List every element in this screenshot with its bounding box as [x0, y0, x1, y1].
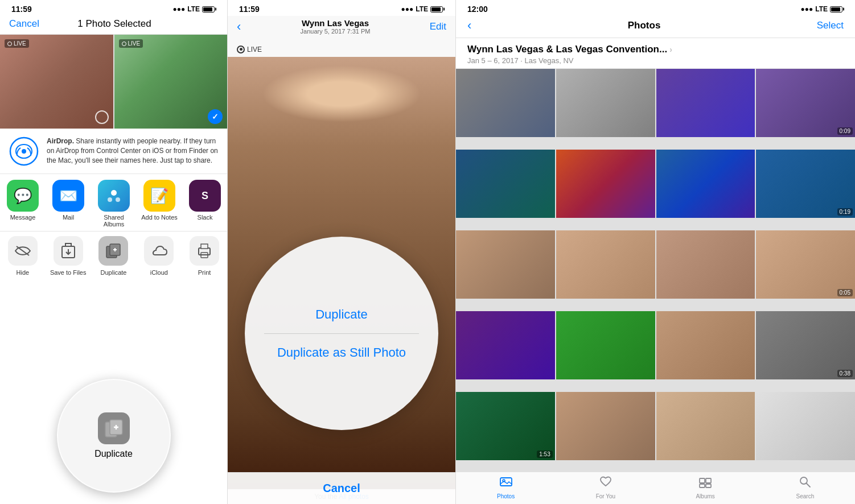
grid-cell-18[interactable] — [556, 392, 655, 460]
app-message[interactable]: 💬 Message — [0, 180, 46, 228]
for-you-tab-icon — [599, 476, 612, 491]
duplicate-icon — [98, 236, 128, 266]
grid-cell-11[interactable] — [656, 230, 755, 299]
action-save-files[interactable]: Save to Files — [46, 236, 91, 276]
svg-point-1 — [22, 149, 26, 154]
grid-cell-9[interactable] — [456, 230, 555, 299]
phone1-photo-grid: LIVE LIVE — [0, 35, 227, 129]
app-slack[interactable]: S Slack — [182, 180, 227, 228]
shared-albums-svg — [105, 187, 122, 204]
grid-cell-17[interactable]: 1:53 — [456, 392, 555, 460]
phone2-live-text: LIVE — [247, 46, 262, 53]
grid-cell-6[interactable] — [556, 150, 655, 218]
grid-cell-3[interactable] — [656, 69, 755, 137]
phone2-nav-bar: ‹ Wynn Las Vegas January 5, 2017 7:31 PM… — [228, 16, 455, 39]
phone3-back-button[interactable]: ‹ — [467, 18, 471, 33]
icloud-label: iCloud — [150, 269, 168, 276]
icloud-icon — [144, 236, 174, 266]
phone3-select-button[interactable]: Select — [817, 20, 844, 31]
phone1-time: 11:59 — [11, 5, 32, 14]
live-circle-icon — [237, 46, 245, 53]
select-check-2[interactable] — [208, 109, 223, 124]
phone2-live-badge: LIVE — [237, 46, 262, 53]
photos-grid: 0:09 0:19 0:05 0:38 1: — [456, 69, 855, 472]
phone2-live-section: LIVE — [228, 39, 455, 57]
grid-cell-5[interactable] — [456, 150, 555, 218]
tab-albums[interactable]: Albums — [656, 476, 755, 499]
app-shared-albums[interactable]: SharedAlbums — [91, 180, 137, 228]
grid-cell-10[interactable] — [556, 230, 655, 299]
phone2-duplicate-label: Duplicate — [315, 307, 368, 321]
grid-cell-8[interactable]: 0:19 — [756, 150, 855, 218]
slack-icon: S — [189, 180, 221, 212]
phone1-cancel-button[interactable]: Cancel — [9, 18, 39, 30]
dup-icon-container — [98, 412, 130, 444]
live-text-1: LIVE — [14, 40, 26, 47]
svg-rect-12 — [201, 244, 208, 249]
action-print[interactable]: Print — [182, 236, 227, 276]
phone1-status-icons: ●●● LTE — [172, 5, 216, 13]
tab-search[interactable]: Search — [755, 476, 855, 499]
airdrop-icon — [9, 137, 39, 166]
phone2-network: LTE — [416, 5, 428, 13]
grid-cell-19[interactable] — [656, 392, 755, 460]
app-notes[interactable]: 📝 Add to Notes — [137, 180, 182, 228]
duplicate-circle-label: Duplicate — [94, 449, 133, 459]
svg-rect-18 — [500, 478, 512, 486]
phone2-cancel-label: Cancel — [323, 482, 360, 494]
app-mail[interactable]: ✉️ Mail — [46, 180, 91, 228]
svg-point-2 — [111, 190, 117, 196]
search-tab-icon — [799, 476, 811, 491]
video-duration-17: 1:53 — [537, 451, 552, 458]
grid-cell-16[interactable]: 0:38 — [756, 311, 855, 379]
tab-for-you[interactable]: For You — [556, 476, 655, 499]
photo-cell-2[interactable]: LIVE — [114, 35, 228, 129]
svg-line-25 — [807, 484, 811, 488]
album-header[interactable]: Wynn Las Vegas & Las Vegas Convention...… — [456, 38, 855, 69]
phone3-status-icons: ●●● LTE — [800, 5, 844, 13]
search-tab-label: Search — [796, 493, 815, 499]
airdrop-description: AirDrop. Share instantly with people nea… — [47, 137, 218, 165]
grid-cell-15[interactable] — [656, 311, 755, 379]
phone3-time: 12:00 — [467, 5, 488, 14]
grid-cell-2[interactable] — [556, 69, 655, 137]
phone2-back-button[interactable]: ‹ — [237, 19, 241, 34]
mail-icon: ✉️ — [52, 180, 84, 212]
select-circle-1[interactable] — [95, 110, 109, 124]
notes-icon: 📝 — [143, 180, 175, 212]
duplicate-action-label: Duplicate — [101, 269, 127, 276]
live-dot-1 — [7, 42, 12, 46]
grid-cell-1[interactable] — [456, 69, 555, 137]
phone2-photo-area[interactable]: You the All photos Duplicate Duplicate a… — [228, 57, 455, 505]
phone2-duplicate-option[interactable]: Duplicate — [245, 296, 438, 333]
airdrop-title: AirDrop. — [47, 137, 74, 145]
action-hide[interactable]: Hide — [0, 236, 46, 276]
action-duplicate[interactable]: Duplicate — [91, 236, 137, 276]
action-icloud[interactable]: iCloud — [136, 236, 182, 276]
tab-photos[interactable]: Photos — [456, 476, 556, 499]
svg-rect-22 — [700, 484, 705, 488]
phone2-status-bar: 11:59 ●●● LTE — [228, 0, 455, 16]
album-subtitle: Jan 5 – 6, 2017 · Las Vegas, NV — [467, 56, 844, 65]
phone2-edit-button[interactable]: Edit — [430, 21, 446, 32]
grid-cell-14[interactable] — [556, 311, 655, 379]
phone2-status-icons: ●●● LTE — [401, 5, 444, 13]
grid-cell-4[interactable]: 0:09 — [756, 69, 855, 137]
phone3-screen: 12:00 ●●● LTE ‹ Photos Select Wynn Las V… — [456, 0, 855, 504]
grid-cell-12[interactable]: 0:05 — [756, 230, 855, 299]
phone2-cancel-sheet[interactable]: Cancel — [228, 472, 455, 504]
mail-label: Mail — [63, 214, 74, 221]
grid-cell-7[interactable] — [656, 150, 755, 218]
hide-icon — [8, 236, 38, 266]
video-duration-8: 0:19 — [837, 208, 853, 216]
grid-cell-20[interactable] — [756, 392, 855, 460]
phone3-battery — [830, 6, 844, 13]
video-duration-4: 0:09 — [837, 127, 853, 135]
svg-rect-20 — [700, 478, 705, 483]
phone2-duplicate-still-option[interactable]: Duplicate as Still Photo — [245, 334, 438, 371]
grid-cell-13[interactable] — [456, 311, 555, 379]
message-label: Message — [10, 214, 36, 221]
phone3-network: LTE — [815, 5, 828, 13]
phone2-nav-title: Wynn Las Vegas January 5, 2017 7:31 PM — [301, 18, 371, 35]
photo-cell-1[interactable]: LIVE — [0, 35, 113, 129]
